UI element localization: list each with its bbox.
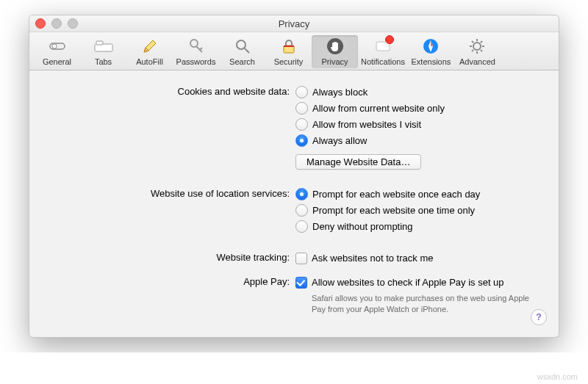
manage-website-data-button[interactable]: Manage Website Data… [295, 154, 421, 170]
svg-point-11 [473, 43, 481, 50]
search-icon [233, 37, 252, 56]
checkbox-icon [295, 277, 307, 289]
radio-label: Always block [312, 87, 368, 98]
toolbar-notifications[interactable]: Notifications [358, 35, 408, 68]
toolbar-general[interactable]: General [34, 35, 80, 68]
toolbar-label: General [43, 57, 71, 66]
toolbar-privacy[interactable]: Privacy [312, 35, 358, 68]
tabs-icon [94, 37, 113, 56]
hand-icon [326, 37, 345, 56]
checkbox-applepay[interactable]: Allow websites to check if Apple Pay is … [295, 275, 541, 289]
radio-always-block[interactable]: Always block [295, 85, 541, 99]
toolbar-passwords[interactable]: Passwords [173, 35, 219, 68]
pencil-icon [140, 37, 159, 56]
svg-rect-7 [284, 46, 294, 47]
toolbar-advanced[interactable]: Advanced [454, 35, 501, 68]
location-row: Website use of location services: Prompt… [47, 187, 541, 233]
tracking-label: Website tracking: [47, 251, 295, 263]
radio-icon [295, 134, 308, 147]
toolbar-label: Tabs [95, 57, 112, 66]
toolbar-label: Advanced [459, 57, 495, 66]
radio-label: Deny without prompting [312, 221, 413, 232]
cookies-row: Cookies and website data: Always block A… [47, 85, 541, 170]
content-pane: Cookies and website data: Always block A… [29, 70, 559, 337]
toolbar-extensions[interactable]: Extensions [408, 35, 454, 68]
zoom-icon[interactable] [68, 18, 78, 29]
applepay-label: Apple Pay: [47, 275, 295, 287]
radio-always-allow[interactable]: Always allow [295, 134, 541, 148]
radio-icon [295, 204, 308, 217]
minimize-icon[interactable] [51, 18, 62, 29]
toolbar-label: Extensions [412, 57, 451, 66]
checkbox-do-not-track[interactable]: Ask websites not to track me [295, 251, 541, 265]
radio-label: Prompt for each website once each day [312, 189, 480, 200]
toolbar-autofill[interactable]: AutoFill [126, 35, 173, 68]
gear-icon [467, 37, 487, 56]
key-icon [187, 37, 206, 56]
applepay-row: Apple Pay: Allow websites to check if Ap… [47, 275, 541, 315]
radio-prompt-once[interactable]: Prompt for each website one time only [295, 203, 541, 217]
window-title: Privacy [35, 18, 553, 29]
radio-allow-visited[interactable]: Allow from websites I visit [295, 117, 541, 131]
toolbar-label: AutoFill [136, 57, 163, 66]
radio-icon [295, 220, 308, 233]
help-button[interactable]: ? [531, 309, 547, 325]
location-label: Website use of location services: [47, 187, 295, 199]
toolbar-label: Privacy [321, 57, 348, 66]
radio-icon [295, 86, 308, 98]
toolbar-label: Security [274, 57, 304, 66]
toolbar-label: Notifications [361, 57, 405, 66]
radio-label: Allow from current website only [312, 103, 445, 114]
checkbox-label: Ask websites not to track me [312, 253, 433, 264]
radio-label: Always allow [312, 135, 367, 146]
checkbox-icon [295, 253, 307, 264]
window-controls [35, 18, 78, 29]
radio-icon [295, 118, 308, 131]
toolbar-label: Search [229, 57, 255, 66]
checkbox-label: Allow websites to check if Apple Pay is … [312, 277, 504, 288]
switch-icon [48, 37, 67, 56]
titlebar: Privacy [29, 15, 559, 32]
badge-icon [385, 35, 394, 44]
radio-icon [295, 102, 308, 115]
toolbar-search[interactable]: Search [219, 35, 265, 68]
compass-icon [421, 37, 440, 56]
notification-icon [373, 37, 392, 56]
svg-rect-3 [96, 41, 103, 45]
toolbar-security[interactable]: Security [265, 35, 312, 68]
toolbar-tabs[interactable]: Tabs [80, 35, 126, 68]
close-icon[interactable] [35, 18, 46, 29]
preferences-window: Privacy General Tabs AutoFill Passwords [29, 15, 559, 338]
radio-prompt-daily[interactable]: Prompt for each website once each day [295, 187, 541, 201]
svg-point-5 [237, 40, 245, 49]
radio-deny[interactable]: Deny without prompting [295, 220, 541, 233]
tracking-row: Website tracking: Ask websites not to tr… [47, 251, 541, 265]
radio-label: Allow from websites I visit [312, 119, 421, 130]
radio-allow-current[interactable]: Allow from current website only [295, 101, 541, 115]
cookies-label: Cookies and website data: [47, 85, 295, 97]
radio-label: Prompt for each website one time only [312, 205, 475, 216]
toolbar-label: Passwords [176, 57, 216, 66]
radio-icon [295, 188, 308, 200]
lock-icon [279, 37, 298, 56]
applepay-note: Safari allows you to make purchases on t… [295, 293, 541, 315]
svg-point-1 [51, 44, 56, 48]
toolbar: General Tabs AutoFill Passwords Search [29, 32, 559, 70]
